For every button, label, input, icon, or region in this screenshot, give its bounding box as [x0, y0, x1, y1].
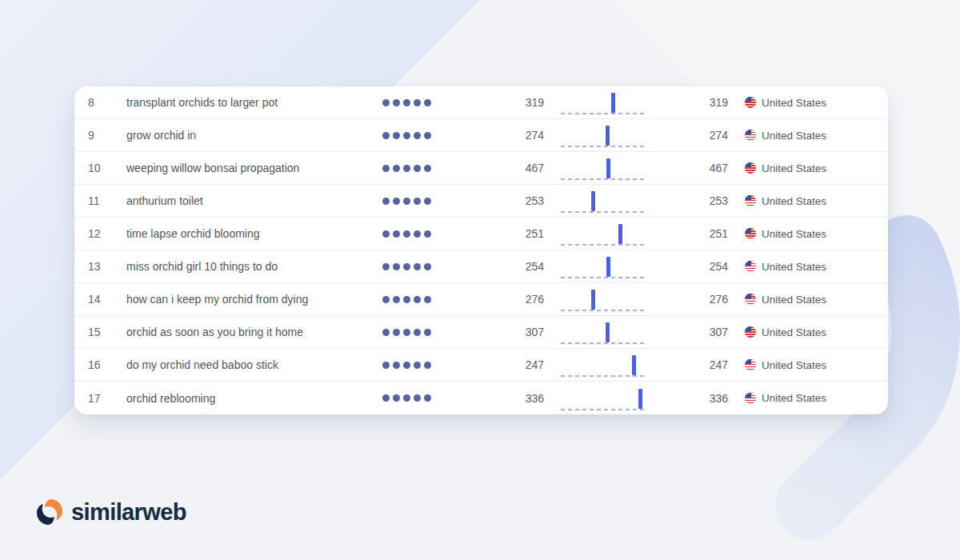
difficulty-dot: [403, 165, 410, 172]
difficulty-dot: [414, 230, 421, 238]
keyword-cell[interactable]: grow orchid in: [126, 129, 354, 142]
country-cell: United States: [728, 162, 888, 174]
volume-cell: 276: [458, 293, 544, 306]
rank-cell: 14: [74, 293, 126, 306]
difficulty-dot: [424, 362, 431, 369]
difficulty-dot: [414, 132, 421, 139]
difficulty-dot: [424, 296, 431, 303]
keyword-cell[interactable]: weeping willow bonsai propagation: [126, 162, 354, 174]
keyword-cell[interactable]: how can i keep my orchid from dying: [126, 293, 354, 306]
us-flag-icon: [745, 359, 756, 370]
difficulty-dot: [393, 263, 400, 270]
trend-bar: [606, 322, 610, 342]
difficulty-dot: [403, 362, 410, 369]
difficulty-dot: [393, 362, 400, 369]
difficulty-dots: [354, 99, 458, 106]
volume-secondary-cell: 251: [664, 227, 728, 240]
trend-bar: [591, 191, 595, 211]
country-label: United States: [762, 359, 826, 371]
country-label: United States: [762, 130, 826, 142]
difficulty-dot: [414, 99, 421, 106]
table-row[interactable]: 12 time lapse orchid blooming 251 251 Un…: [74, 218, 888, 250]
trend-sparkline: [561, 185, 647, 217]
volume-cell: 336: [458, 392, 544, 405]
trend-sparkline: [561, 152, 647, 184]
table-row[interactable]: 17 orchid reblooming 336 336 United Stat…: [74, 382, 888, 414]
country-label: United States: [762, 326, 826, 338]
trend-spark-cell: [544, 283, 664, 315]
volume-cell: 467: [458, 162, 544, 174]
keyword-cell[interactable]: transplant orchids to larger pot: [126, 96, 354, 109]
table-row[interactable]: 13 miss orchid girl 10 things to do 254 …: [74, 250, 888, 283]
country-label: United States: [762, 261, 826, 273]
country-label: United States: [762, 195, 826, 207]
trend-spark-cell: [544, 250, 664, 282]
rank-cell: 16: [74, 358, 126, 371]
difficulty-dot: [414, 296, 421, 303]
table-row[interactable]: 8 transplant orchids to larger pot 319 3…: [74, 86, 888, 119]
rank-cell: 13: [74, 260, 126, 273]
volume-secondary-cell: 274: [664, 129, 728, 142]
difficulty-dot: [424, 329, 431, 336]
difficulty-dots: [354, 263, 458, 270]
country-label: United States: [762, 162, 826, 174]
similarweb-logo-icon: [35, 498, 64, 526]
difficulty-dot: [382, 263, 390, 270]
keyword-cell[interactable]: time lapse orchid blooming: [126, 227, 354, 240]
volume-cell: 319: [458, 96, 544, 109]
volume-secondary-cell: 276: [664, 293, 728, 306]
trend-bar: [618, 224, 622, 244]
keyword-cell[interactable]: do my orchid need baboo stick: [126, 358, 354, 371]
trend-sparkline: [561, 316, 647, 348]
keyword-cell[interactable]: orchid as soon as you bring it home: [126, 326, 354, 338]
rank-cell: 17: [74, 392, 126, 405]
spark-dashed-baseline: [561, 178, 647, 180]
table-row[interactable]: 16 do my orchid need baboo stick 247 247…: [74, 349, 888, 382]
country-cell: United States: [728, 195, 888, 207]
rank-cell: 9: [74, 129, 126, 142]
difficulty-dot: [393, 296, 400, 303]
difficulty-dot: [393, 198, 400, 205]
rank-cell: 8: [74, 96, 126, 109]
table-row[interactable]: 10 weeping willow bonsai propagation 467…: [74, 152, 888, 185]
rank-cell: 12: [74, 227, 126, 240]
difficulty-dot: [424, 198, 431, 205]
trend-spark-cell: [544, 382, 664, 414]
trend-bar: [606, 257, 610, 277]
volume-cell: 274: [458, 129, 544, 142]
difficulty-dot: [382, 296, 390, 303]
spark-dashed-baseline: [561, 146, 647, 147]
trend-bar: [611, 93, 615, 113]
trend-spark-cell: [544, 218, 664, 250]
trend-spark-cell: [544, 316, 664, 348]
keyword-cell[interactable]: anthurium toilet: [126, 194, 354, 207]
table-row[interactable]: 9 grow orchid in 274 274 United States: [74, 119, 888, 152]
trend-bar: [606, 126, 610, 146]
difficulty-dot: [403, 394, 410, 402]
table-row[interactable]: 15 orchid as soon as you bring it home 3…: [74, 316, 888, 349]
difficulty-dot: [382, 99, 390, 106]
keyword-cell[interactable]: miss orchid girl 10 things to do: [126, 260, 354, 273]
difficulty-dot: [393, 329, 400, 336]
keyword-table-card: 8 transplant orchids to larger pot 319 3…: [74, 86, 888, 414]
difficulty-dot: [403, 198, 410, 205]
difficulty-dots: [354, 165, 458, 172]
difficulty-dots: [354, 362, 458, 369]
trend-sparkline: [561, 382, 647, 414]
table-row[interactable]: 11 anthurium toilet 253 253 United State…: [74, 185, 888, 218]
country-label: United States: [762, 228, 826, 240]
trend-sparkline: [561, 250, 647, 282]
table-row[interactable]: 14 how can i keep my orchid from dying 2…: [74, 283, 888, 316]
difficulty-dots: [354, 329, 458, 336]
country-cell: United States: [728, 97, 888, 109]
volume-secondary-cell: 467: [664, 162, 728, 174]
trend-bar: [638, 389, 642, 409]
trend-sparkline: [561, 119, 647, 151]
us-flag-icon: [745, 261, 756, 272]
country-cell: United States: [728, 359, 888, 371]
keyword-table-body: 8 transplant orchids to larger pot 319 3…: [74, 86, 888, 414]
difficulty-dot: [414, 198, 421, 205]
spark-dashed-baseline: [561, 409, 647, 410]
volume-secondary-cell: 247: [664, 358, 728, 371]
keyword-cell[interactable]: orchid reblooming: [126, 392, 354, 405]
